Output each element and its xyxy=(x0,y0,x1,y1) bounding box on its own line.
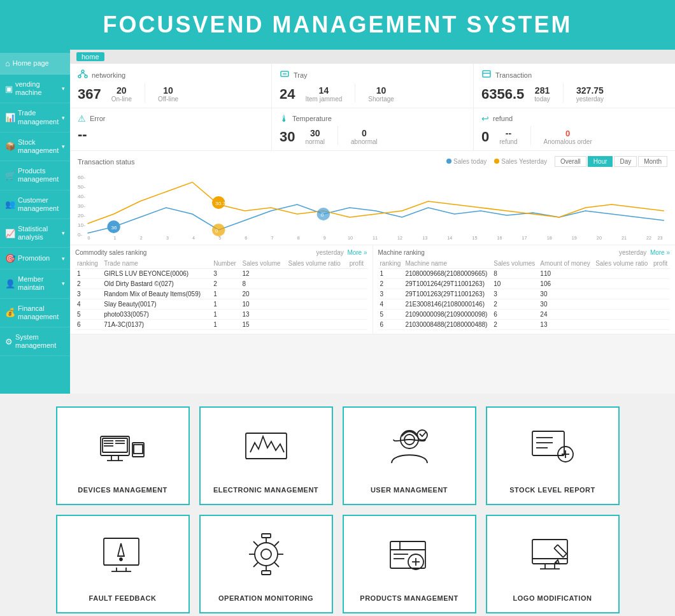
svg-point-2 xyxy=(85,75,87,78)
svg-marker-79 xyxy=(118,543,124,556)
sidebar-item-trade[interactable]: 📊 Trade management ▾ xyxy=(0,103,70,132)
sidebar: ⌂ Home page ▣ vending machine ▾ 📊 Trade … xyxy=(0,50,70,394)
card-fault[interactable]: FAULT FEEDBACK xyxy=(56,515,190,613)
logo-label: LOGO MODIFICATION xyxy=(513,594,592,602)
svg-text:7: 7 xyxy=(271,236,274,240)
sidebar-item-vending[interactable]: ▣ vending machine ▾ xyxy=(0,75,70,103)
products-mgmt-label: PRODUCTS MANAGEMENT xyxy=(360,594,458,602)
svg-point-0 xyxy=(82,70,84,73)
stock-icon: 📦 xyxy=(5,141,15,151)
svg-line-3 xyxy=(80,73,83,75)
sidebar-item-label: Customer management xyxy=(18,196,65,213)
svg-rect-105 xyxy=(554,545,567,557)
sidebar-item-label: Member maintain xyxy=(18,275,59,292)
networking-label: networking xyxy=(92,71,125,79)
sidebar-item-products[interactable]: 🛒 Products management xyxy=(0,161,70,190)
svg-text:22: 22 xyxy=(646,236,651,240)
operation-label: OPERATION MONITORING xyxy=(218,594,313,602)
table-row: 421E3008146(21080000146)230 xyxy=(378,299,671,310)
svg-line-88 xyxy=(274,562,279,567)
svg-point-20 xyxy=(212,224,225,236)
error-value: -- xyxy=(78,126,87,143)
svg-text:15: 15 xyxy=(472,236,477,240)
transaction-icon xyxy=(481,69,492,81)
svg-text:1: 1 xyxy=(114,236,117,240)
svg-text:0: 0 xyxy=(87,236,90,240)
svg-rect-100 xyxy=(532,540,567,564)
networking-block: networking 367 20 On-line 10 Off-line xyxy=(70,64,272,108)
table-row: 521090000098(21090000098)624 xyxy=(378,310,671,320)
refund-label: refund xyxy=(493,115,513,122)
svg-text:60-: 60- xyxy=(78,175,85,180)
sidebar-item-member[interactable]: 👤 Member maintain ▾ xyxy=(0,269,70,298)
vending-icon: ▣ xyxy=(5,84,13,94)
tab-overall[interactable]: Overall xyxy=(555,156,586,167)
chart-legend: Sales today Sales Yesterday xyxy=(446,158,547,165)
svg-text:6: 6 xyxy=(245,236,247,240)
card-stock[interactable]: STOCK LEVEL REPORT xyxy=(486,406,620,505)
main-area: ⌂ Home page ▣ vending machine ▾ 📊 Trade … xyxy=(0,50,675,394)
sidebar-item-financial[interactable]: 💰 Financal management xyxy=(0,299,70,327)
svg-marker-106 xyxy=(555,560,559,564)
tray-icon xyxy=(280,69,290,81)
table-row: 329T1001263(29T11001263)330 xyxy=(378,289,671,299)
products-mgmt-icon xyxy=(384,529,435,580)
card-electronic[interactable]: ELECTRONIC MANAGEMENT xyxy=(199,406,333,505)
tray-sub1: 14 Item jammed xyxy=(305,85,342,103)
sidebar-item-stats[interactable]: 📈 Statistical analysis ▾ xyxy=(0,219,70,248)
sidebar-item-label: Financal management xyxy=(18,304,65,321)
sidebar-item-stock[interactable]: 📦 Stock management ▾ xyxy=(0,133,70,161)
networking-sub2: 10 Off-line xyxy=(158,85,178,103)
card-logo[interactable]: LOGO MODIFICATION xyxy=(486,515,620,613)
sidebar-item-system[interactable]: ⚙ System management xyxy=(0,327,70,356)
card-user[interactable]: USER MANAGMEENT xyxy=(343,406,476,505)
tab-day[interactable]: Day xyxy=(614,156,637,167)
tab-month[interactable]: Month xyxy=(638,156,667,167)
svg-text:3: 3 xyxy=(166,236,169,240)
table-row: 4Slay Beauty(0017)110 xyxy=(75,299,367,310)
sidebar-item-label: vending machine xyxy=(15,80,59,97)
chevron-icon: ▾ xyxy=(62,280,65,287)
operation-icon xyxy=(241,529,292,580)
sidebar-item-label: Stock management xyxy=(18,138,59,155)
tray-label: Tray xyxy=(294,71,308,79)
machine-table-section: Machine ranking yesterday More » ranking… xyxy=(373,245,676,334)
transaction-main: 6356.5 xyxy=(481,86,524,103)
networking-main: 367 xyxy=(78,86,101,103)
svg-point-81 xyxy=(255,543,278,566)
sidebar-item-label: Products management xyxy=(18,167,65,183)
app-header: FOCUSVEND MANAGEMENT SYSTEM xyxy=(0,0,675,50)
card-devices[interactable]: DEVICES MANAGEMENT xyxy=(56,406,190,505)
chart-tabs: Overall Hour Day Month xyxy=(555,156,667,167)
stats-row-1: networking 367 20 On-line 10 Off-line xyxy=(70,64,675,108)
svg-text:21: 21 xyxy=(622,236,627,240)
commodity-more[interactable]: More » xyxy=(347,249,367,256)
refund-sub2: 0 Anomalous order xyxy=(544,129,592,145)
fault-icon xyxy=(97,529,148,580)
svg-text:14: 14 xyxy=(447,236,452,240)
system-icon: ⚙ xyxy=(5,337,13,347)
card-products[interactable]: PRODUCTS MANAGEMENT xyxy=(343,515,476,613)
sidebar-item-home[interactable]: ⌂ Home page xyxy=(0,53,70,75)
commodity-table-section: Commodity sales ranking yesterday More »… xyxy=(70,245,373,334)
svg-point-82 xyxy=(261,549,271,559)
home-breadcrumb[interactable]: home xyxy=(76,52,104,61)
stats-row-2: ⚠ Error -- 🌡 Temperature 30 30 normal xyxy=(70,108,675,151)
svg-text:9: 9 xyxy=(323,236,326,240)
chart-title: Transaction status xyxy=(78,158,134,166)
trade-icon: 📊 xyxy=(5,113,15,122)
card-operation[interactable]: OPERATION MONITORING xyxy=(199,515,333,613)
machine-more[interactable]: More » xyxy=(650,249,670,256)
table-row: 121080009668(21080009665)8110 xyxy=(378,269,671,279)
sidebar-item-label: Home page xyxy=(13,59,49,68)
tab-hour[interactable]: Hour xyxy=(588,156,613,167)
user-icon xyxy=(384,420,435,471)
temp-label: Temperature xyxy=(292,115,332,122)
refund-sub1: -- refund xyxy=(499,128,517,145)
stock-label: STOCK LEVEL REPORT xyxy=(509,486,595,494)
stats-icon: 📈 xyxy=(5,229,15,238)
breadcrumb: home xyxy=(70,50,675,64)
sidebar-item-customer[interactable]: 👥 Customer management xyxy=(0,190,70,219)
error-block: ⚠ Error -- xyxy=(70,108,272,150)
sidebar-item-promotion[interactable]: 🎯 Promotion ▾ xyxy=(0,248,70,269)
